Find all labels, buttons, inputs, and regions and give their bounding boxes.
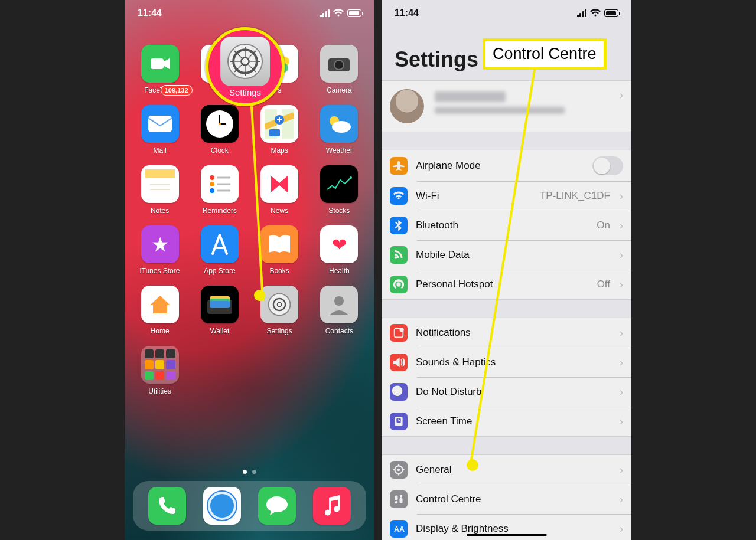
profile-name-redacted xyxy=(435,91,506,102)
svg-rect-69 xyxy=(399,498,402,503)
app-label: News xyxy=(271,207,288,215)
row-general[interactable]: General› xyxy=(382,455,631,485)
chevron-right-icon: › xyxy=(620,523,623,535)
settings-group-general: General›Control Centre›AADisplay & Brigh… xyxy=(382,454,631,540)
books-icon xyxy=(260,225,298,263)
row-label: Do Not Disturb xyxy=(416,386,611,398)
wifi-icon xyxy=(590,9,601,17)
row-dnd[interactable]: Do Not Disturb› xyxy=(382,377,631,407)
row-hotspot[interactable]: Personal HotspotOff› xyxy=(382,270,631,299)
app-stocks[interactable]: Stocks xyxy=(316,165,363,215)
app-news[interactable]: News xyxy=(256,165,303,215)
zoom-highlight: Settings xyxy=(206,27,285,106)
dock-music[interactable] xyxy=(313,487,351,525)
app-mail[interactable]: 109,132Mail xyxy=(136,105,183,155)
app-appstore[interactable]: App Store xyxy=(196,225,243,275)
app-home-app[interactable]: Home xyxy=(136,286,183,335)
svg-point-59 xyxy=(399,328,403,332)
app-contacts[interactable]: Contacts xyxy=(316,286,363,335)
svg-point-28 xyxy=(350,176,352,179)
app-itunes[interactable]: ★iTunes Store xyxy=(136,225,183,275)
mail-icon xyxy=(141,105,179,143)
contacts-icon xyxy=(320,286,358,323)
general-icon xyxy=(390,461,408,479)
home-screen-phone: 11:44 FaceTime••CsCamera109,132MailClock… xyxy=(125,0,374,540)
profile-subtitle-redacted xyxy=(435,107,565,114)
news-icon xyxy=(260,165,298,203)
svg-rect-19 xyxy=(145,178,175,199)
app-label: iTunes Store xyxy=(140,267,180,275)
row-control[interactable]: Control Centre› xyxy=(382,485,631,514)
app-label: Health xyxy=(329,267,350,275)
row-sounds[interactable]: Sounds & Haptics› xyxy=(382,348,631,377)
svg-point-36 xyxy=(334,296,344,306)
dock-messages[interactable] xyxy=(258,487,296,525)
app-label: Maps xyxy=(271,146,288,155)
row-label: Airplane Mode xyxy=(416,160,584,172)
svg-point-71 xyxy=(395,501,397,503)
app-notes[interactable]: Notes xyxy=(136,165,183,215)
page-dot-inactive xyxy=(252,470,256,474)
status-time: 11:44 xyxy=(138,8,162,18)
chevron-right-icon: › xyxy=(620,493,623,506)
row-wifi[interactable]: Wi-FiTP-LINK_C1DF› xyxy=(382,181,631,211)
dock-phone[interactable] xyxy=(148,487,186,525)
chevron-right-icon: › xyxy=(620,415,623,428)
cellular-icon xyxy=(577,9,587,17)
wifi-icon xyxy=(390,187,408,205)
app-reminders[interactable]: Reminders xyxy=(196,165,243,215)
app-label: Clock xyxy=(211,146,229,155)
callout-control-centre: Control Centre xyxy=(483,38,607,70)
svg-rect-15 xyxy=(269,129,280,136)
cellular-icon xyxy=(320,9,330,17)
svg-point-70 xyxy=(400,495,402,498)
battery-icon xyxy=(604,9,618,17)
avatar xyxy=(390,89,424,123)
svg-point-22 xyxy=(210,175,214,180)
svg-point-24 xyxy=(210,188,214,193)
camera-icon xyxy=(320,45,358,83)
maps-icon xyxy=(260,105,298,143)
facetime-icon xyxy=(141,45,179,83)
row-label: Bluetooth xyxy=(416,220,588,231)
page-dots xyxy=(125,470,374,474)
app-label: Books xyxy=(269,267,289,275)
bluetooth-icon xyxy=(390,217,408,234)
app-wallet[interactable]: Wallet xyxy=(196,286,243,335)
app-maps[interactable]: Maps xyxy=(256,105,303,155)
mobile-icon xyxy=(390,246,408,264)
app-weather[interactable]: Weather xyxy=(316,105,363,155)
gear-icon xyxy=(226,42,265,81)
chevron-right-icon: › xyxy=(620,464,623,476)
stocks-icon xyxy=(320,165,358,203)
app-health[interactable]: ❤Health xyxy=(316,225,363,275)
apple-id-row[interactable]: › xyxy=(382,81,631,132)
app-clock[interactable]: Clock xyxy=(196,105,243,155)
chevron-right-icon: › xyxy=(620,327,623,339)
row-label: Control Centre xyxy=(416,493,611,505)
row-label: Display & Brightness xyxy=(416,523,611,535)
settings-icon xyxy=(260,286,298,323)
notifications-icon xyxy=(390,324,408,342)
switch-airplane[interactable] xyxy=(592,156,623,175)
settings-screen: 11:44 Settings › xyxy=(382,0,631,540)
row-label: General xyxy=(416,464,611,476)
app-books[interactable]: Books xyxy=(256,225,303,275)
svg-point-63 xyxy=(397,469,400,471)
chevron-right-icon: › xyxy=(620,356,623,369)
reminders-icon xyxy=(201,165,239,203)
app-label: Mail xyxy=(154,146,167,155)
row-screentime[interactable]: Screen Time› xyxy=(382,407,631,436)
wallet-icon xyxy=(201,286,239,323)
row-notifications[interactable]: Notifications› xyxy=(382,318,631,348)
svg-text:AA: AA xyxy=(394,525,405,534)
svg-rect-8 xyxy=(148,116,172,132)
badge-mail: 109,132 xyxy=(161,85,193,96)
annotation-end-dot xyxy=(254,290,265,301)
clock-icon xyxy=(201,105,239,143)
app-camera[interactable]: Camera xyxy=(316,45,363,94)
home-indicator xyxy=(467,534,546,536)
app-utilities[interactable]: Utilities xyxy=(136,346,183,395)
row-airplane[interactable]: Airplane Mode xyxy=(382,150,631,181)
dock-safari[interactable] xyxy=(203,487,241,525)
